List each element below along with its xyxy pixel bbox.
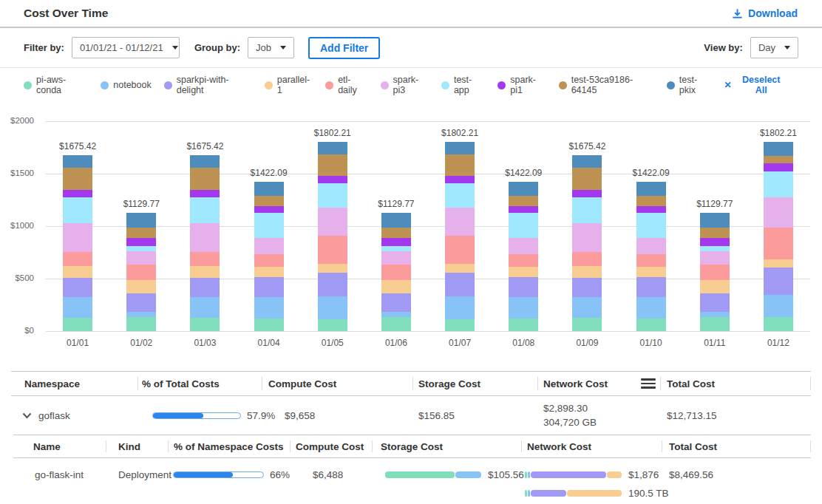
bar-segment-sparkpi-with-delight bbox=[509, 277, 538, 296]
y-axis-tick: $0 bbox=[0, 326, 34, 335]
view-by-label: View by: bbox=[704, 42, 743, 53]
legend-label: spark-pi3 bbox=[393, 75, 429, 95]
legend-dot-icon bbox=[325, 81, 333, 89]
bar-segment-test-53ca9186-64145 bbox=[445, 154, 475, 175]
bar-segment-test-app bbox=[445, 183, 475, 208]
legend-label: etl-daily bbox=[338, 75, 367, 95]
bar-segment-test-pkix bbox=[254, 182, 284, 196]
legend-label: parallel-1 bbox=[277, 75, 313, 95]
stacked-bar[interactable] bbox=[636, 182, 666, 331]
bar-segment-parallel-1 bbox=[190, 266, 220, 278]
bar-segment-spark-pi3 bbox=[572, 223, 602, 252]
bar-total-label: $1802.21 bbox=[760, 128, 797, 138]
legend-item[interactable]: sparkpi-with-delight bbox=[164, 75, 252, 95]
column-menu-icon[interactable] bbox=[641, 378, 656, 389]
bar-segment-spark-pi3 bbox=[445, 208, 475, 236]
network-cost-value: $2,898.30 bbox=[543, 401, 597, 415]
stacked-bar[interactable] bbox=[63, 155, 92, 331]
bar-segment-sparkpi-with-delight bbox=[254, 277, 284, 296]
stacked-bar[interactable] bbox=[700, 213, 730, 331]
stacked-bar[interactable] bbox=[254, 182, 284, 331]
bar-segment-etl-daily bbox=[381, 265, 411, 280]
bar-segment-test-pkix bbox=[509, 182, 538, 196]
network-volume-bar bbox=[525, 490, 622, 497]
legend-item[interactable]: notebook bbox=[101, 80, 151, 90]
col-network-cost: Network Cost bbox=[537, 372, 660, 395]
date-range-select[interactable]: 01/01/21 - 01/12/21 bbox=[72, 37, 180, 58]
close-icon: ✕ bbox=[724, 80, 731, 90]
x-axis-tick: 01/05 bbox=[322, 338, 344, 348]
legend-dot-icon bbox=[559, 81, 567, 89]
legend-item[interactable]: test-app bbox=[441, 75, 485, 95]
namespace-name: goflask bbox=[38, 410, 70, 421]
view-by-select[interactable]: Day bbox=[750, 37, 798, 58]
legend-item[interactable]: test-53ca9186-64145 bbox=[559, 75, 654, 95]
bar-segment-test-pkix bbox=[700, 213, 730, 228]
bar-segment-test-53ca9186-64145 bbox=[700, 228, 730, 238]
legend-item[interactable]: pi-aws-conda bbox=[24, 75, 88, 95]
stacked-bar[interactable] bbox=[381, 213, 411, 331]
bar-segment-notebook bbox=[572, 297, 602, 318]
bar-segment-parallel-1 bbox=[764, 259, 793, 268]
date-range-value: 01/01/21 - 01/12/21 bbox=[80, 42, 163, 53]
bar-segment-pi-aws-conda bbox=[445, 319, 475, 331]
bar-segment-etl-daily bbox=[63, 252, 92, 266]
bar-segment-sparkpi-with-delight bbox=[63, 278, 92, 297]
bar-segment-sparkpi-with-delight bbox=[381, 293, 411, 312]
stacked-bar[interactable] bbox=[764, 142, 793, 331]
sub-total-cost-cell: $8,469.56 bbox=[662, 467, 811, 482]
bar-total-label: $1129.77 bbox=[696, 199, 733, 209]
download-button[interactable]: Download bbox=[732, 7, 798, 19]
bar-segment-notebook bbox=[126, 312, 156, 317]
table-row[interactable]: go-flask-int Deployment 66% $6,488 $105.… bbox=[13, 458, 811, 500]
legend-dot-icon bbox=[24, 81, 32, 89]
network-volume-value: 190.5 TB bbox=[628, 488, 669, 499]
stacked-bar[interactable] bbox=[509, 182, 538, 331]
filter-by-label: Filter by: bbox=[24, 42, 64, 53]
legend-item[interactable]: test-pkix bbox=[667, 75, 712, 95]
legend-item[interactable]: spark-pi1 bbox=[497, 75, 546, 95]
progress-bar bbox=[173, 471, 264, 478]
table-row[interactable]: goflask 57.9% $9,658 $156.85 $2,898.30 3… bbox=[11, 396, 811, 435]
bar-segment-notebook bbox=[764, 295, 793, 317]
x-axis-tick: 01/02 bbox=[130, 338, 152, 348]
bar-segment-spark-pi3 bbox=[318, 208, 347, 236]
bar-segment-test-pkix bbox=[63, 155, 92, 168]
group-by-select[interactable]: Job bbox=[248, 37, 294, 58]
col-sub-network-cost: Network Cost bbox=[521, 435, 662, 457]
x-axis-tick: 01/11 bbox=[704, 338, 725, 348]
group-by-label: Group by: bbox=[194, 42, 240, 53]
stacked-bar[interactable] bbox=[445, 142, 475, 331]
deselect-all-button[interactable]: ✕ Deselect All bbox=[724, 75, 786, 95]
add-filter-button[interactable]: Add Filter bbox=[308, 37, 380, 59]
stacked-bar[interactable] bbox=[572, 155, 602, 331]
legend-dot-icon bbox=[667, 81, 675, 89]
bar-segment-test-pkix bbox=[126, 213, 156, 228]
progress-bar bbox=[152, 412, 241, 419]
bar-segment-test-53ca9186-64145 bbox=[126, 228, 156, 238]
stacked-bar[interactable] bbox=[126, 213, 156, 331]
bar-segment-test-53ca9186-64145 bbox=[381, 228, 411, 238]
namespace-cell[interactable]: goflask bbox=[11, 410, 137, 421]
col-name: Name bbox=[13, 435, 106, 457]
col-kind: Kind bbox=[106, 435, 168, 457]
bar-segment-parallel-1 bbox=[63, 266, 92, 278]
total-cost-value: $8,469.56 bbox=[669, 467, 811, 482]
x-axis-tick: 01/12 bbox=[767, 338, 789, 348]
legend-item[interactable]: spark-pi3 bbox=[381, 75, 429, 95]
x-axis-tick: 01/03 bbox=[194, 338, 216, 348]
bar-segment-spark-pi1 bbox=[190, 190, 220, 197]
chevron-down-icon[interactable] bbox=[22, 412, 32, 419]
legend-label: test-53ca9186-64145 bbox=[571, 75, 654, 95]
legend-item[interactable]: parallel-1 bbox=[265, 75, 313, 95]
bar-segment-test-pkix bbox=[636, 182, 666, 196]
bar-segment-test-app bbox=[318, 183, 347, 208]
storage-cost-value: $105.56 bbox=[488, 469, 524, 480]
bar-segment-etl-daily bbox=[445, 236, 475, 264]
page-title: Cost Over Time bbox=[24, 7, 108, 20]
stacked-bar[interactable] bbox=[318, 142, 347, 331]
bar-segment-sparkpi-with-delight bbox=[445, 273, 475, 296]
namespace-table: Namespace % of Total Costs Compute Cost … bbox=[11, 371, 811, 435]
stacked-bar[interactable] bbox=[190, 155, 220, 331]
legend-item[interactable]: etl-daily bbox=[325, 75, 367, 95]
